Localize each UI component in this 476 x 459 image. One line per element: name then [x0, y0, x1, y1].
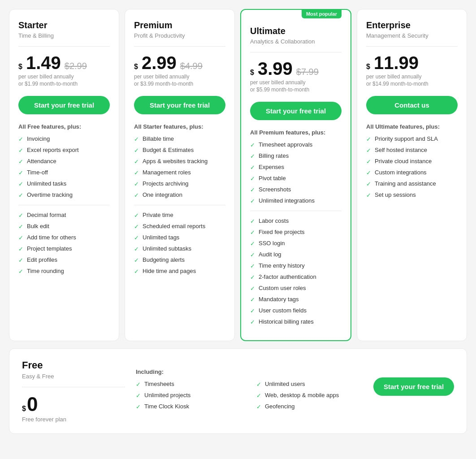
check-icon: ✓	[250, 175, 255, 182]
check-icon: ✓	[136, 381, 141, 388]
plan-subtitle-starter: Time & Billing	[18, 32, 110, 47]
price-billing-ultimate: per user billed annually	[250, 79, 342, 86]
plans-row: Starter Time & Billing $ 1.49 $2.99 per …	[9, 9, 467, 341]
feature-label: Unlimited tags	[143, 234, 179, 241]
check-icon: ✓	[18, 246, 23, 252]
price-monthly-enterprise: or $14.99 month-to-month	[366, 81, 458, 87]
feature-label: Edit profiles	[27, 256, 57, 263]
check-icon: ✓	[18, 268, 23, 275]
price-monthly-ultimate: or $5.99 month-to-month	[250, 87, 342, 93]
feature-label: Overtime tracking	[27, 191, 73, 198]
check-icon: ✓	[134, 268, 139, 275]
feature-label: Excel reports export	[27, 147, 79, 153]
free-price-main: 0	[27, 394, 38, 414]
price-old-ultimate: $7.99	[296, 67, 319, 77]
check-icon: ✓	[18, 136, 23, 143]
feature-label: Time Clock Kiosk	[144, 403, 189, 410]
feature-label: Attendance	[27, 158, 56, 165]
feature-item: ✓ SSO login	[250, 240, 342, 247]
check-icon: ✓	[250, 164, 255, 171]
cta-button-starter[interactable]: Start your free trial	[18, 96, 110, 114]
feature-label: Custom user roles	[259, 285, 306, 291]
feature-item: ✓ Self hosted instance	[366, 147, 458, 154]
feature-item: ✓ Billable time	[134, 135, 225, 143]
free-features-col1: ✓ Timesheets ✓ Unlimited projects ✓ Time…	[136, 381, 242, 414]
feature-label: Priority support and SLA	[375, 135, 438, 142]
check-icon: ✓	[366, 136, 371, 143]
feature-item: ✓ Mandatory tags	[250, 296, 342, 303]
feature-label: Project templates	[27, 245, 72, 252]
feature-label: Self hosted instance	[375, 147, 427, 153]
feature-item: ✓ Fixed fee projects	[250, 229, 342, 236]
cta-button-ultimate[interactable]: Start your free trial	[250, 102, 342, 120]
feature-item: ✓ Hide time and pages	[134, 268, 225, 275]
feature-item: ✓ Budgeting alerts	[134, 256, 225, 264]
feature-label: Budgeting alerts	[143, 256, 185, 263]
price-row-ultimate: $ 3.99 $7.99	[250, 60, 342, 78]
currency-premium: $	[134, 63, 138, 71]
check-icon: ✓	[134, 147, 139, 154]
check-icon: ✓	[134, 212, 139, 219]
feature-label: Timesheets	[144, 381, 174, 387]
currency-enterprise: $	[366, 63, 370, 71]
check-icon: ✓	[18, 169, 23, 176]
plan-card-enterprise: Enterprise Management & Security $ 11.99…	[357, 9, 467, 341]
feature-item: ✓ Unlimited subtasks	[134, 245, 225, 252]
features-header-premium: All Starter features, plus:	[134, 123, 225, 130]
plan-name-starter: Starter	[18, 20, 110, 30]
plan-card-premium: Premium Profit & Productivity $ 2.99 $4.…	[125, 9, 235, 341]
check-icon: ✓	[134, 234, 139, 241]
price-billing-premium: per user billed annually	[134, 74, 225, 80]
free-plan-right: Start your free trial	[373, 377, 454, 405]
check-icon: ✓	[18, 212, 23, 219]
feature-label: Time-off	[27, 169, 48, 176]
feature-label: Time rounding	[27, 268, 64, 274]
plan-name-premium: Premium	[134, 20, 225, 30]
feature-item: ✓ Attendance	[18, 158, 110, 165]
plan-card-starter: Starter Time & Billing $ 1.49 $2.99 per …	[9, 9, 119, 341]
check-icon: ✓	[18, 158, 23, 165]
feature-label: Timesheet approvals	[259, 141, 312, 148]
feature-label: Decimal format	[27, 212, 66, 218]
feature-label: 2-factor authentication	[259, 273, 316, 280]
feature-item: ✓ Add time for others	[18, 234, 110, 241]
features-header-enterprise: All Ultimate features, plus:	[366, 123, 458, 130]
feature-item: ✓ 2-factor authentication	[250, 273, 342, 281]
feature-item: ✓ Unlimited integrations	[250, 197, 342, 204]
feature-label: Bulk edit	[27, 223, 49, 230]
feature-label: Unlimited tasks	[27, 180, 66, 187]
plan-card-ultimate: Most popular Ultimate Analytics & Collab…	[240, 9, 351, 341]
feature-label: Historical billing rates	[259, 318, 314, 325]
check-icon: ✓	[134, 158, 139, 165]
feature-item: ✓ User custom fields	[250, 307, 342, 314]
check-icon: ✓	[134, 181, 139, 187]
free-plan-card: Free Easy & Free $ 0 Free forever plan I…	[9, 348, 467, 434]
feature-label: Billing rates	[259, 152, 289, 159]
features-header-ultimate: All Premium features, plus:	[250, 129, 342, 136]
free-plan-left: Free Easy & Free $ 0 Free forever plan	[22, 359, 125, 423]
cta-button-premium[interactable]: Start your free trial	[134, 96, 225, 114]
feature-item: ✓ Unlimited projects	[136, 392, 242, 399]
check-icon: ✓	[366, 181, 371, 187]
feature-item: ✓ Web, desktop & mobile apps	[256, 392, 363, 399]
feature-item: ✓ Screenshots	[250, 186, 342, 193]
feature-item: ✓ Time Clock Kiosk	[136, 403, 242, 410]
feature-item: ✓ Custom integrations	[366, 169, 458, 176]
feature-item: ✓ Time rounding	[18, 268, 110, 275]
check-icon: ✓	[18, 223, 23, 230]
free-cta-button[interactable]: Start your free trial	[373, 377, 454, 396]
feature-label: SSO login	[259, 240, 285, 247]
feature-item: ✓ Audit log	[250, 251, 342, 258]
feature-item: ✓ Priority support and SLA	[366, 135, 458, 143]
feature-item: ✓ Historical billing rates	[250, 318, 342, 325]
cta-button-enterprise[interactable]: Contact us	[366, 96, 458, 114]
feature-item: ✓ Budget & Estimates	[134, 147, 225, 154]
feature-label: Expenses	[259, 164, 284, 170]
check-icon: ✓	[18, 257, 23, 264]
price-row-starter: $ 1.49 $2.99	[18, 54, 110, 72]
feature-item: ✓ Unlimited tasks	[18, 180, 110, 187]
feature-label: Set up sessions	[375, 191, 416, 198]
check-icon: ✓	[250, 251, 255, 258]
check-icon: ✓	[250, 296, 255, 303]
check-icon: ✓	[250, 319, 255, 325]
